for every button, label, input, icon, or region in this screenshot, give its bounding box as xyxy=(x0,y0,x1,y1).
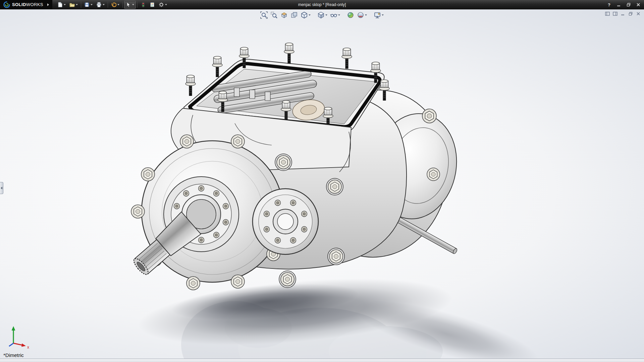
toolbar-separator xyxy=(122,2,123,8)
hide-show-glasses-icon xyxy=(330,11,337,19)
document-restore-icon xyxy=(629,12,633,16)
document-restore-button[interactable] xyxy=(628,11,634,16)
view-settings-button[interactable] xyxy=(373,11,385,19)
toolbar-separator xyxy=(108,2,108,8)
solidworks-window: SOLIDWORKS xyxy=(0,0,644,362)
zoom-to-fit-icon xyxy=(260,11,268,19)
document-minimize-icon xyxy=(621,12,625,16)
save-button[interactable] xyxy=(83,1,94,9)
print-icon xyxy=(96,2,102,7)
pane-left-button[interactable] xyxy=(604,11,610,16)
zoom-to-area-button[interactable] xyxy=(269,11,279,19)
print-button[interactable] xyxy=(95,1,106,9)
display-style-button[interactable] xyxy=(316,11,328,19)
minimize-icon xyxy=(617,3,621,7)
help-button[interactable]: ? xyxy=(605,1,613,8)
select-button[interactable] xyxy=(124,1,136,9)
titlebar: SOLIDWORKS xyxy=(0,0,644,9)
solidworks-menu-button[interactable]: SOLIDWORKS xyxy=(0,0,52,9)
undo-button[interactable] xyxy=(109,1,121,9)
new-document-button[interactable] xyxy=(56,1,67,9)
view-orientation-label: *Dimetric xyxy=(3,352,24,358)
save-icon xyxy=(84,2,90,7)
titlebar-toolbar xyxy=(56,1,169,9)
reference-triad: x xyxy=(3,322,33,351)
restore-icon xyxy=(627,3,631,7)
dynamic-annotation-views-button[interactable] xyxy=(289,11,299,19)
status-bar xyxy=(0,359,644,362)
menu-flyout-arrow[interactable] xyxy=(47,3,49,6)
document-close-icon xyxy=(636,12,640,16)
counter-flange xyxy=(253,189,318,254)
pane-right-button[interactable] xyxy=(612,11,618,16)
zoom-to-fit-button[interactable] xyxy=(259,11,269,19)
apply-scene-button[interactable] xyxy=(356,11,368,19)
apply-scene-icon xyxy=(357,11,364,19)
select-cursor-icon xyxy=(126,2,131,7)
options-gear-icon xyxy=(159,2,164,7)
view-orientation-cube-icon xyxy=(301,11,308,19)
new-document-icon xyxy=(57,2,63,7)
close-button[interactable] xyxy=(634,1,643,8)
headsup-view-toolbar xyxy=(259,11,385,19)
file-properties-button[interactable] xyxy=(148,1,157,9)
brand-wordmark: SOLIDWORKS xyxy=(12,2,43,7)
zoom-to-area-icon xyxy=(270,11,278,19)
featuremanager-collapsed-tab[interactable] xyxy=(0,182,3,194)
open-button[interactable] xyxy=(68,1,79,9)
triad-x-arrow xyxy=(21,344,26,347)
edit-appearance-ball-icon xyxy=(347,11,354,19)
view-settings-icon xyxy=(374,11,381,19)
rebuild-button[interactable] xyxy=(139,1,148,9)
hide-show-items-button[interactable] xyxy=(329,11,341,19)
undo-icon xyxy=(111,2,116,7)
gearbox-model-canvas xyxy=(0,9,644,359)
toolbar-separator xyxy=(137,2,138,8)
3ds-logo-icon xyxy=(3,1,10,8)
toolbar-separator xyxy=(81,2,81,8)
display-style-icon xyxy=(317,11,325,19)
options-button[interactable] xyxy=(157,1,169,9)
gearbox-model[interactable] xyxy=(128,43,465,290)
annotation-views-icon xyxy=(290,11,298,19)
edit-appearance-button[interactable] xyxy=(346,11,355,19)
file-properties-icon xyxy=(150,2,155,7)
restore-button[interactable] xyxy=(624,1,633,8)
triad-x-label: x xyxy=(27,345,29,350)
graphics-area[interactable]: x *Dimetric xyxy=(0,9,644,359)
triad-y-arrow xyxy=(12,326,15,330)
expand-panel-arrow-icon xyxy=(1,187,2,189)
view-orientation-button[interactable] xyxy=(300,11,312,19)
window-controls: ? xyxy=(605,0,643,9)
pane-right-icon xyxy=(613,12,618,16)
open-folder-icon xyxy=(69,2,75,7)
triad-z-axis xyxy=(9,343,13,346)
close-icon xyxy=(636,3,640,7)
rebuild-traffic-light-icon xyxy=(141,2,146,7)
document-close-button[interactable] xyxy=(635,11,641,16)
window-title: menjac sklop * [Read-only] xyxy=(298,0,346,9)
section-view-icon xyxy=(280,11,288,19)
section-view-button[interactable] xyxy=(279,11,289,19)
pane-left-icon xyxy=(605,12,610,16)
document-minimize-button[interactable] xyxy=(620,11,626,16)
document-window-controls xyxy=(604,11,641,16)
minimize-button[interactable] xyxy=(614,1,623,8)
